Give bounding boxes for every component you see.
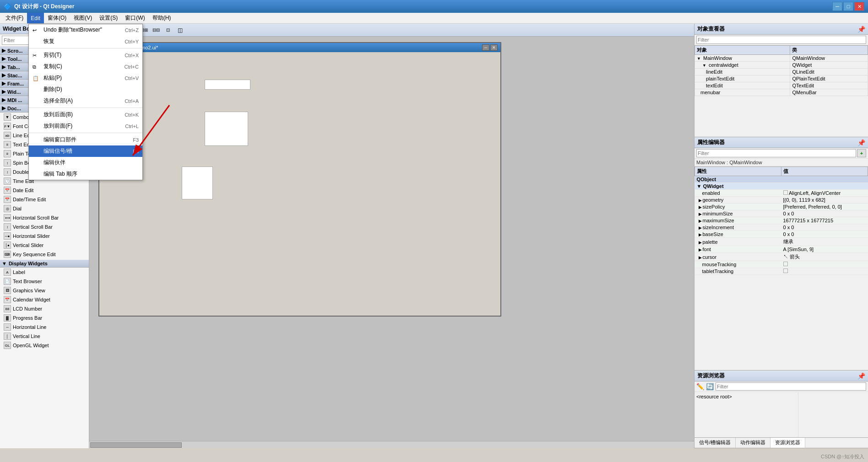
table-row[interactable]: textEdit QTextEdit [695, 82, 868, 89]
widget-entry-keyseqedit[interactable]: ⌨ Key Sequence Edit [0, 250, 89, 259]
canvas-scrollbar[interactable] [89, 441, 694, 448]
table-row[interactable]: ▶sizeIncrement 0 x 0 [695, 224, 868, 231]
close-button[interactable]: ✕ [854, 2, 864, 11]
widget-entry-calendar[interactable]: 📅 Calendar Widget [0, 295, 89, 304]
menu-copy[interactable]: ⧉ 复制(C) Ctrl+C [29, 61, 142, 72]
form-widget-lineedit[interactable] [205, 80, 250, 90]
resource-root-item[interactable]: <resource root> [695, 393, 797, 400]
resource-browser-pin[interactable]: 📌 [857, 372, 865, 380]
table-row[interactable]: ▶cursor ↖ 箭头 [695, 253, 868, 261]
object-inspector-body: 对象 类 ▼ MainWindow QMainWindow [694, 45, 868, 137]
menu-edit[interactable]: Edit [27, 13, 44, 23]
paste-shortcut: Ctrl+V [125, 75, 139, 81]
menu-settings[interactable]: 设置(S) [96, 13, 121, 23]
menu-edit-tab-order[interactable]: 编辑 Tab 顺序 [29, 168, 142, 180]
resource-filter-input[interactable] [716, 382, 866, 391]
menu-edit-widgets[interactable]: 编辑窗口部件 F3 [29, 134, 142, 145]
widget-entry-textbrowser[interactable]: 📄 Text Browser [0, 277, 89, 286]
paste-icon: 📋 [33, 75, 39, 81]
widget-entry-label[interactable]: A Label [0, 268, 89, 277]
widget-entry-vslider[interactable]: │● Vertical Slider [0, 241, 89, 250]
widget-entry-graphicsview[interactable]: 🖼 Graphics View [0, 286, 89, 295]
prop-add-button[interactable]: + [857, 149, 866, 157]
resource-refresh-icon[interactable]: 🔄 [706, 383, 714, 390]
widget-entry-vscrollbar[interactable]: ↕ Vertical Scroll Bar [0, 222, 89, 231]
cut-icon: ✂ [33, 52, 37, 58]
form-minimize-btn[interactable]: ─ [482, 44, 489, 51]
table-row[interactable]: ▶font A [SimSun, 9] [695, 246, 868, 253]
table-row[interactable]: ▶baseSize 0 x 0 [695, 231, 868, 238]
menu-delete[interactable]: 删除(D) [29, 84, 142, 95]
menu-edit-buddies[interactable]: 编辑伙伴 [29, 157, 142, 168]
widget-entry-lcd-label: LCD Number [13, 306, 42, 312]
table-row[interactable]: ▶geometry [(0, 0), 1119 x 682] [695, 197, 868, 204]
bottom-tab-signal-slot[interactable]: 信号/槽编辑器 [694, 438, 736, 448]
form-body[interactable] [99, 52, 500, 316]
prop-filter-input[interactable] [696, 149, 856, 157]
menu-window[interactable]: 窗口(W) [121, 13, 148, 23]
widget-entry-dial[interactable]: ◎ Dial [0, 204, 89, 213]
menu-form[interactable]: 窗体(O) [44, 13, 70, 23]
menu-redo[interactable]: 恢复 Ctrl+Y [29, 36, 142, 47]
table-row[interactable]: enabled AlignLeft, AlignVCenter [695, 190, 868, 197]
table-row[interactable]: menubar QMenuBar [695, 89, 868, 96]
table-row[interactable]: ▶palette 继承 [695, 238, 868, 246]
menu-send-back[interactable]: 放到后面(B) Ctrl+K [29, 109, 142, 120]
table-row[interactable]: ▼ MainWindow QMainWindow [695, 55, 868, 62]
table-row[interactable]: ▶sizePolicy [Preferred, Preferred, 0, 0] [695, 204, 868, 210]
canvas-scrollbar-thumb[interactable] [90, 442, 182, 448]
category-tab-label: Tab... [7, 64, 20, 70]
table-row[interactable]: plainTextEdit QPlainTextEdit [695, 75, 868, 82]
bottom-tab-resource-browser[interactable]: 资源浏览器 [770, 438, 805, 448]
widget-entry-vline[interactable]: │ Vertical Line [0, 332, 89, 341]
maximize-button[interactable]: □ [843, 2, 853, 11]
table-row[interactable]: ▶maximumSize 16777215 x 16777215 [695, 217, 868, 224]
canvas-btn-grid3[interactable]: ⊡ [163, 25, 174, 35]
undo-shortcut: Ctrl+Z [125, 27, 139, 33]
object-inspector-pin[interactable]: 📌 [857, 26, 865, 33]
resource-edit-icon[interactable]: ✏️ [696, 383, 704, 390]
menu-select-all[interactable]: 选择全部(A) Ctrl+A [29, 95, 142, 107]
table-row[interactable]: ▶minimumSize 0 x 0 [695, 210, 868, 217]
form-widget-textedit[interactable] [205, 112, 248, 146]
prop-sizepolicy-name: ▶sizePolicy [695, 204, 781, 210]
menu-bring-front[interactable]: 放到前面(F) Ctrl+L [29, 120, 142, 132]
form-close-btn[interactable]: ✕ [490, 44, 498, 51]
widget-entry-dateedit[interactable]: 📅 Date Edit [0, 186, 89, 195]
canvas-btn-grid2[interactable]: ⊟⊟ [151, 25, 162, 35]
enabled-checkbox[interactable] [783, 190, 788, 195]
property-editor-pin[interactable]: 📌 [857, 139, 865, 146]
menu-edit-signals[interactable]: 编辑信号/槽 F4 [29, 145, 142, 157]
sendback-shortcut: Ctrl+K [125, 112, 139, 118]
form-widget-plaintextedit[interactable] [182, 167, 213, 199]
lcd-icon: 88 [4, 305, 11, 312]
widget-entry-hscrollbar[interactable]: ⟷ Horizontal Scroll Bar [0, 213, 89, 222]
widget-entry-hline[interactable]: ─ Horizontal Line [0, 322, 89, 332]
bottom-tab-action-editor[interactable]: 动作编辑器 [736, 438, 770, 448]
table-row[interactable]: ▼ centralwidget QWidget [695, 62, 868, 69]
canvas-btn-adjust[interactable]: ◫ [174, 25, 185, 35]
category-mdi-arrow: ▶ [2, 97, 5, 103]
geometry-chevron: ▶ [699, 198, 702, 203]
minimize-button[interactable]: ─ [832, 2, 842, 11]
category-display-widgets[interactable]: ▼ Display Widgets [0, 260, 89, 268]
menu-view[interactable]: 视图(V) [70, 13, 96, 23]
tablettracking-checkbox[interactable] [783, 269, 788, 273]
widget-entry-lcd[interactable]: 88 LCD Number [0, 304, 89, 313]
menu-cut[interactable]: ✂ 剪切(T) Ctrl+X [29, 49, 142, 61]
widget-entry-hslider[interactable]: ─● Horizontal Slider [0, 231, 89, 241]
table-row[interactable]: mouseTracking [695, 261, 868, 268]
widget-entry-datetimeedit[interactable]: 📅 Date/Time Edit [0, 195, 89, 204]
prop-palette-name: ▶palette [695, 238, 781, 246]
widget-entry-progressbar[interactable]: ▓ Progress Bar [0, 313, 89, 322]
menu-help[interactable]: 帮助(H) [149, 13, 175, 23]
widget-entry-progressbar-label: Progress Bar [13, 315, 42, 321]
menu-undo[interactable]: ↩ Undo 删除"textBrowser" Ctrl+Z [29, 24, 142, 36]
menu-file[interactable]: 文件(F) [2, 13, 27, 23]
menu-paste[interactable]: 📋 粘贴(P) Ctrl+V [29, 72, 142, 84]
table-row[interactable]: tabletTracking [695, 268, 868, 275]
oi-filter-input[interactable] [696, 36, 866, 44]
table-row[interactable]: lineEdit QLineEdit [695, 69, 868, 75]
widget-entry-opengl[interactable]: GL OpenGL Widget [0, 341, 89, 350]
mousetracking-checkbox[interactable] [783, 262, 788, 266]
